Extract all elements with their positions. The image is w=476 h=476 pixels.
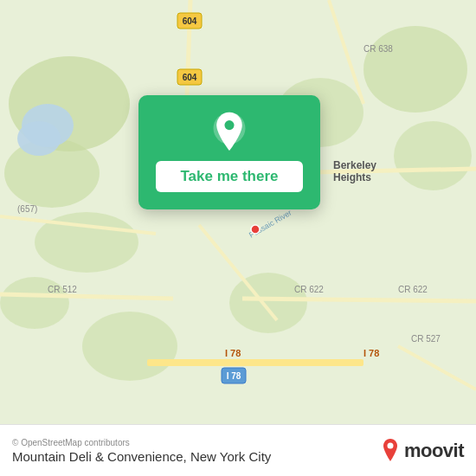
- svg-text:CR 622: CR 622: [294, 285, 324, 294]
- svg-text:CR 512: CR 512: [48, 285, 77, 294]
- svg-point-11: [17, 121, 61, 156]
- moovit-pin-icon: [380, 439, 401, 463]
- map-container: CR 512 CR 622 CR 622 I 78 I 78 CR 638 (6…: [0, 0, 476, 424]
- svg-text:Heights: Heights: [333, 171, 371, 183]
- svg-text:604: 604: [183, 73, 197, 82]
- map-background: CR 512 CR 622 CR 622 I 78 I 78 CR 638 (6…: [0, 0, 476, 424]
- svg-point-39: [251, 225, 260, 234]
- moovit-brand-text: moovit: [404, 440, 464, 462]
- svg-line-14: [242, 299, 476, 301]
- svg-text:CR 638: CR 638: [363, 44, 393, 54]
- take-me-there-button[interactable]: Take me there: [156, 161, 303, 192]
- svg-point-9: [229, 273, 307, 333]
- svg-point-7: [82, 312, 177, 381]
- bottom-info: © OpenStreetMap contributors Mountain De…: [12, 438, 380, 464]
- svg-point-41: [224, 120, 234, 130]
- bottom-bar: © OpenStreetMap contributors Mountain De…: [0, 424, 476, 476]
- svg-text:CR 527: CR 527: [411, 334, 441, 344]
- copyright-text: © OpenStreetMap contributors: [12, 438, 380, 447]
- svg-point-42: [387, 442, 393, 448]
- navigation-card: Take me there: [138, 95, 320, 209]
- svg-text:604: 604: [183, 16, 197, 26]
- location-name: Mountain Deli & Convenience, New York Ci…: [12, 449, 380, 464]
- svg-text:CR 622: CR 622: [398, 285, 428, 294]
- svg-text:Berkeley: Berkeley: [333, 159, 376, 171]
- svg-point-6: [394, 121, 472, 190]
- svg-text:I 78: I 78: [363, 348, 379, 358]
- svg-point-5: [363, 26, 467, 113]
- moovit-logo: moovit: [380, 439, 464, 463]
- svg-text:(657): (657): [17, 204, 37, 214]
- svg-rect-17: [147, 359, 363, 366]
- svg-text:I 78: I 78: [227, 371, 241, 381]
- svg-text:I 78: I 78: [225, 348, 241, 358]
- location-pin-icon: [209, 111, 250, 152]
